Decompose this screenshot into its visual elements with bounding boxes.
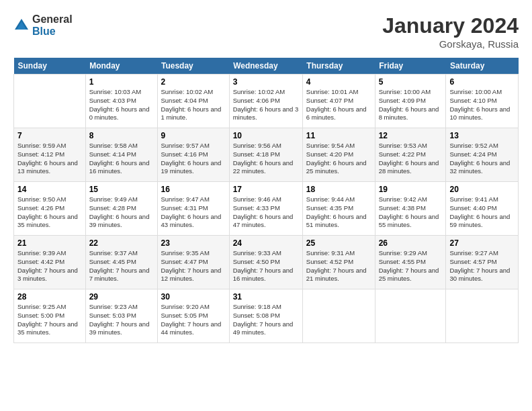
- day-info: Sunrise: 9:37 AMSunset: 4:45 PMDaylight:…: [89, 249, 154, 283]
- day-info: Sunrise: 10:00 AMSunset: 4:10 PMDaylight…: [449, 88, 515, 122]
- table-row: 28Sunrise: 9:25 AMSunset: 5:00 PMDayligh…: [14, 289, 86, 343]
- table-row: 19Sunrise: 9:42 AMSunset: 4:38 PMDayligh…: [375, 182, 446, 236]
- table-row: 2Sunrise: 10:02 AMSunset: 4:04 PMDayligh…: [157, 75, 229, 128]
- day-info: Sunrise: 9:52 AMSunset: 4:24 PMDaylight:…: [449, 142, 515, 176]
- logo-blue-text: Blue: [32, 26, 73, 38]
- day-number: 14: [17, 185, 82, 194]
- logo-general-text: General: [32, 13, 73, 26]
- day-info: Sunrise: 9:41 AMSunset: 4:40 PMDaylight:…: [449, 195, 515, 230]
- day-number: 16: [161, 185, 226, 194]
- table-row: 17Sunrise: 9:46 AMSunset: 4:33 PMDayligh…: [229, 182, 302, 236]
- day-number: 6: [449, 77, 515, 87]
- title-block: January 2024 Gorskaya, Russia: [382, 13, 519, 50]
- day-info: Sunrise: 9:23 AMSunset: 5:03 PMDaylight:…: [89, 303, 154, 337]
- day-number: 4: [306, 77, 371, 87]
- day-info: Sunrise: 9:46 AMSunset: 4:33 PMDaylight:…: [233, 195, 299, 230]
- table-row: 23Sunrise: 9:35 AMSunset: 4:47 PMDayligh…: [157, 236, 229, 289]
- day-info: Sunrise: 9:33 AMSunset: 4:50 PMDaylight:…: [233, 249, 299, 283]
- table-row: 14Sunrise: 9:50 AMSunset: 4:26 PMDayligh…: [14, 182, 86, 236]
- day-number: 30: [161, 292, 226, 302]
- day-info: Sunrise: 9:39 AMSunset: 4:42 PMDaylight:…: [17, 249, 82, 283]
- day-info: Sunrise: 9:56 AMSunset: 4:18 PMDaylight:…: [233, 142, 299, 176]
- day-number: 3: [233, 77, 299, 87]
- day-info: Sunrise: 10:03 AMSunset: 4:03 PMDaylight…: [89, 88, 154, 122]
- table-row: 26Sunrise: 9:29 AMSunset: 4:55 PMDayligh…: [375, 236, 446, 289]
- day-number: 5: [379, 77, 443, 87]
- table-row: 5Sunrise: 10:00 AMSunset: 4:09 PMDayligh…: [375, 75, 446, 128]
- day-number: 29: [89, 292, 154, 302]
- day-info: Sunrise: 9:54 AMSunset: 4:20 PMDaylight:…: [306, 142, 371, 176]
- day-info: Sunrise: 9:57 AMSunset: 4:16 PMDaylight:…: [161, 142, 226, 176]
- calendar-week-4: 21Sunrise: 9:39 AMSunset: 4:42 PMDayligh…: [14, 236, 519, 289]
- calendar-week-2: 7Sunrise: 9:59 AMSunset: 4:12 PMDaylight…: [14, 128, 519, 182]
- table-row: 9Sunrise: 9:57 AMSunset: 4:16 PMDaylight…: [157, 128, 229, 182]
- table-row: 7Sunrise: 9:59 AMSunset: 4:12 PMDaylight…: [14, 128, 86, 182]
- table-row: 18Sunrise: 9:44 AMSunset: 4:35 PMDayligh…: [302, 182, 375, 236]
- day-number: 9: [161, 131, 226, 140]
- day-info: Sunrise: 9:58 AMSunset: 4:14 PMDaylight:…: [89, 142, 154, 176]
- month-title: January 2024: [382, 13, 519, 38]
- calendar-week-5: 28Sunrise: 9:25 AMSunset: 5:00 PMDayligh…: [14, 289, 519, 343]
- day-info: Sunrise: 10:02 AMSunset: 4:06 PMDaylight…: [233, 88, 299, 122]
- day-number: 10: [233, 131, 299, 140]
- day-info: Sunrise: 10:02 AMSunset: 4:04 PMDaylight…: [161, 88, 226, 122]
- table-row: 22Sunrise: 9:37 AMSunset: 4:45 PMDayligh…: [85, 236, 157, 289]
- table-row: 6Sunrise: 10:00 AMSunset: 4:10 PMDayligh…: [446, 75, 519, 128]
- day-info: Sunrise: 9:42 AMSunset: 4:38 PMDaylight:…: [379, 195, 443, 230]
- day-info: Sunrise: 10:00 AMSunset: 4:09 PMDaylight…: [379, 88, 443, 122]
- day-number: 25: [306, 238, 371, 248]
- day-number: 19: [379, 185, 443, 194]
- day-info: Sunrise: 9:27 AMSunset: 4:57 PMDaylight:…: [449, 249, 515, 283]
- day-info: Sunrise: 9:53 AMSunset: 4:22 PMDaylight:…: [379, 142, 443, 176]
- day-number: 11: [306, 131, 371, 140]
- day-info: Sunrise: 10:01 AMSunset: 4:07 PMDaylight…: [306, 88, 371, 122]
- page-header: General Blue January 2024 Gorskaya, Russ…: [13, 13, 519, 50]
- table-row: 25Sunrise: 9:31 AMSunset: 4:52 PMDayligh…: [302, 236, 375, 289]
- day-number: 13: [449, 131, 515, 140]
- day-number: 18: [306, 185, 371, 194]
- table-row: 30Sunrise: 9:20 AMSunset: 5:05 PMDayligh…: [157, 289, 229, 343]
- day-info: Sunrise: 9:47 AMSunset: 4:31 PMDaylight:…: [161, 195, 226, 230]
- logo: General Blue: [13, 13, 73, 37]
- day-info: Sunrise: 9:49 AMSunset: 4:28 PMDaylight:…: [89, 195, 154, 230]
- calendar-week-3: 14Sunrise: 9:50 AMSunset: 4:26 PMDayligh…: [14, 182, 519, 236]
- day-number: 24: [233, 238, 299, 248]
- table-row: 11Sunrise: 9:54 AMSunset: 4:20 PMDayligh…: [302, 128, 375, 182]
- col-friday: Friday: [375, 58, 446, 75]
- table-row: 3Sunrise: 10:02 AMSunset: 4:06 PMDayligh…: [229, 75, 302, 128]
- table-row: 12Sunrise: 9:53 AMSunset: 4:22 PMDayligh…: [375, 128, 446, 182]
- day-info: Sunrise: 9:44 AMSunset: 4:35 PMDaylight:…: [306, 195, 371, 230]
- table-row: 1Sunrise: 10:03 AMSunset: 4:03 PMDayligh…: [85, 75, 157, 128]
- table-row: 20Sunrise: 9:41 AMSunset: 4:40 PMDayligh…: [446, 182, 519, 236]
- col-monday: Monday: [85, 58, 157, 75]
- table-row: 27Sunrise: 9:27 AMSunset: 4:57 PMDayligh…: [446, 236, 519, 289]
- day-number: 7: [17, 131, 82, 140]
- table-row: 31Sunrise: 9:18 AMSunset: 5:08 PMDayligh…: [229, 289, 302, 343]
- day-info: Sunrise: 9:50 AMSunset: 4:26 PMDaylight:…: [17, 195, 82, 230]
- day-number: 22: [89, 238, 154, 248]
- day-number: 1: [89, 77, 154, 87]
- table-row: 21Sunrise: 9:39 AMSunset: 4:42 PMDayligh…: [14, 236, 86, 289]
- table-row: [375, 289, 446, 343]
- day-number: 2: [161, 77, 226, 87]
- day-number: 8: [89, 131, 154, 140]
- col-saturday: Saturday: [446, 58, 519, 75]
- calendar-header-row: Sunday Monday Tuesday Wednesday Thursday…: [14, 58, 519, 75]
- logo-icon: [13, 17, 30, 34]
- day-info: Sunrise: 9:18 AMSunset: 5:08 PMDaylight:…: [233, 303, 299, 337]
- day-number: 31: [233, 292, 299, 302]
- calendar-table: Sunday Monday Tuesday Wednesday Thursday…: [13, 58, 519, 343]
- table-row: [302, 289, 375, 343]
- day-info: Sunrise: 9:31 AMSunset: 4:52 PMDaylight:…: [306, 249, 371, 283]
- table-row: [14, 75, 86, 128]
- table-row: 8Sunrise: 9:58 AMSunset: 4:14 PMDaylight…: [85, 128, 157, 182]
- table-row: 10Sunrise: 9:56 AMSunset: 4:18 PMDayligh…: [229, 128, 302, 182]
- day-number: 20: [449, 185, 515, 194]
- col-tuesday: Tuesday: [157, 58, 229, 75]
- day-number: 12: [379, 131, 443, 140]
- table-row: 13Sunrise: 9:52 AMSunset: 4:24 PMDayligh…: [446, 128, 519, 182]
- day-info: Sunrise: 9:20 AMSunset: 5:05 PMDaylight:…: [161, 303, 226, 337]
- day-number: 27: [449, 238, 515, 248]
- col-wednesday: Wednesday: [229, 58, 302, 75]
- table-row: 16Sunrise: 9:47 AMSunset: 4:31 PMDayligh…: [157, 182, 229, 236]
